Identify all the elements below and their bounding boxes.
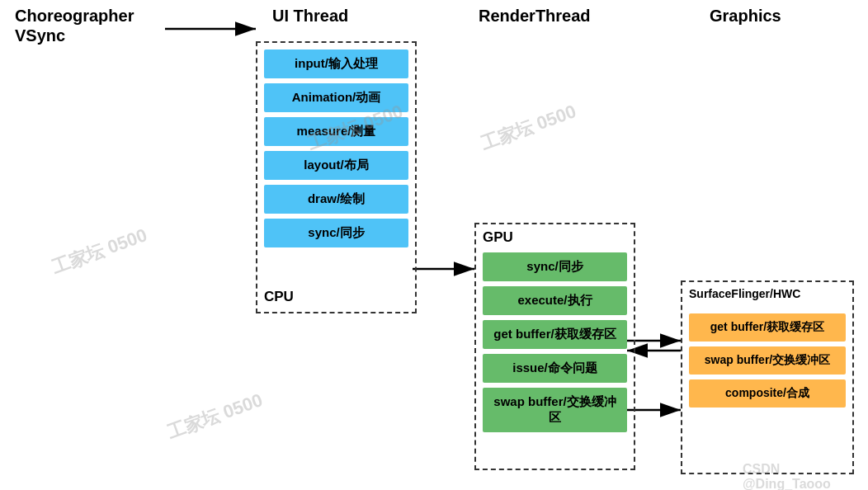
gpu-swapbuffer-box: swap buffer/交换缓冲区: [483, 388, 627, 432]
gpu-sync-box: sync/同步: [483, 252, 627, 281]
ui-input-box: input/输入处理: [264, 49, 408, 78]
ui-draw-box: draw/绘制: [264, 185, 408, 214]
sf-swapbuffer-box: swap buffer/交换缓冲区: [689, 346, 846, 375]
ui-measure-box: measure/测量: [264, 117, 408, 146]
watermark-3: 工家坛 0500: [478, 99, 580, 157]
watermark-1: 工家坛 0500: [49, 223, 151, 280]
sf-getbuffer-box: get buffer/获取缓存区: [689, 313, 846, 342]
gpu-issue-box: issue/命令问题: [483, 354, 627, 383]
gpu-label: GPU: [483, 229, 513, 246]
surface-flinger-label: SurfaceFlinger/HWC: [689, 287, 800, 300]
choreographer-header: Choreographer: [15, 7, 134, 26]
ui-animation-box: Animation/动画: [264, 83, 408, 112]
render-thread-header: RenderThread: [479, 7, 591, 26]
watermark-4: 工家坛 0500: [164, 388, 267, 445]
ui-thread-header: UI Thread: [272, 7, 348, 26]
surface-flinger-box: SurfaceFlinger/HWC get buffer/获取缓存区 swap…: [681, 280, 854, 474]
gpu-execute-box: execute/执行: [483, 286, 627, 315]
ui-sync-box: sync/同步: [264, 219, 408, 247]
sf-composite-box: composite/合成: [689, 379, 846, 408]
graphics-header: Graphics: [710, 7, 781, 26]
ui-thread-box: input/输入处理 Animation/动画 measure/测量 layou…: [256, 41, 417, 313]
gpu-box: GPU sync/同步 execute/执行 get buffer/获取缓存区 …: [474, 223, 635, 470]
cpu-label: CPU: [264, 289, 294, 305]
diagram-container: Choreographer VSync UI Thread RenderThre…: [0, 0, 868, 490]
gpu-getbuffer-box: get buffer/获取缓存区: [483, 320, 627, 349]
ui-layout-box: layout/布局: [264, 151, 408, 180]
vsync-header: VSync: [15, 26, 65, 45]
